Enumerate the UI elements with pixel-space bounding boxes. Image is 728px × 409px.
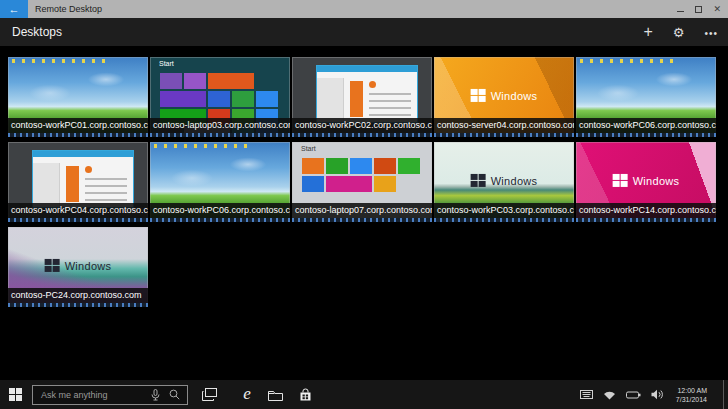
windows-logo: Windows: [471, 89, 538, 102]
minimize-icon[interactable]: [677, 11, 684, 12]
desktop-tile[interactable]: contoso-workPC06.corp.contoso.com: [576, 57, 716, 137]
app-bar: Desktops + ⚙ •••: [0, 18, 728, 46]
desktop-label: contoso-workPC06.corp.contoso.com: [150, 203, 290, 218]
start-button[interactable]: [0, 380, 30, 409]
maximize-icon[interactable]: [695, 6, 702, 13]
title-bar: ← Remote Desktop ✕: [0, 0, 728, 18]
search-input[interactable]: Ask me anything: [32, 385, 188, 405]
back-arrow-icon: ←: [9, 3, 20, 15]
desktop-label: contoso-laptop07.corp.contoso.com: [292, 203, 432, 218]
remote-desktop-app-window: ← Remote Desktop ✕ Desktops + ⚙ ••• cont…: [0, 0, 728, 409]
desktop-thumbnail: Windows contoso-workPC03.corp.contoso.co…: [434, 142, 574, 222]
desktop-thumbnail: contoso-workPC06.corp.contoso.com: [576, 57, 716, 137]
volume-icon[interactable]: [651, 389, 664, 400]
desktop-tile[interactable]: contoso-workPC04.corp.contoso.com: [8, 142, 148, 222]
desktop-tile[interactable]: Windows contoso-workPC03.corp.contoso.co…: [434, 142, 574, 222]
desktop-label: contoso-workPC01.corp.contoso.com: [8, 118, 148, 133]
internet-explorer-icon: e: [243, 385, 251, 402]
desktop-label: contoso-workPC14.corp.contoso.com: [576, 203, 716, 218]
taskbar: Ask me anything e: [0, 380, 728, 409]
store-bag-icon: [299, 388, 312, 401]
window-title: Remote Desktop: [35, 4, 102, 14]
desktop-icons-row: [12, 59, 107, 63]
windows-logo: Windows: [45, 259, 112, 272]
gear-icon[interactable]: ⚙: [673, 25, 685, 40]
show-desktop-button[interactable]: [723, 380, 728, 409]
back-button[interactable]: ←: [0, 0, 28, 18]
desktop-thumbnail: Start contoso-laptop03.corp.contoso.com: [150, 57, 290, 137]
desktop-icons-row: [580, 59, 675, 63]
desktop-label: contoso-workPC04.corp.contoso.com: [8, 203, 148, 218]
start-tiles-mosaic: [302, 158, 428, 204]
more-options-icon[interactable]: •••: [704, 26, 718, 39]
task-view-button[interactable]: [197, 380, 221, 409]
desktop-thumbnail: contoso-workPC02.corp.contoso.com: [292, 57, 432, 137]
task-view-icon: [202, 388, 217, 401]
windows-logo-text: Windows: [491, 174, 538, 186]
microphone-icon[interactable]: [151, 389, 160, 401]
windows-logo-text: Windows: [491, 89, 538, 101]
system-tray: 12:00 AM 7/31/2014: [580, 380, 728, 409]
battery-icon[interactable]: [626, 391, 641, 399]
desktop-label: contoso-PC24.corp.contoso.com: [8, 288, 148, 303]
clock-time: 12:00 AM: [676, 386, 707, 395]
desktop-thumbnail: Start contoso-laptop07.corp.contoso.com: [292, 142, 432, 222]
windows-start-icon: [9, 388, 22, 401]
add-desktop-icon[interactable]: +: [643, 23, 652, 41]
clock-date: 7/31/2014: [676, 395, 707, 404]
server-manager-window: [32, 150, 134, 208]
windows-logo-text: Windows: [65, 259, 112, 271]
desktop-thumbnail: contoso-workPC04.corp.contoso.com: [8, 142, 148, 222]
wifi-icon[interactable]: [603, 390, 616, 400]
desktop-tile[interactable]: Start contoso-laptop07.corp.contoso.com: [292, 142, 432, 222]
search-placeholder: Ask me anything: [41, 390, 108, 400]
close-icon[interactable]: ✕: [713, 4, 721, 14]
desktop-tile[interactable]: Windows contoso-server04.corp.contoso.co…: [434, 57, 574, 137]
page-title: Desktops: [12, 25, 62, 39]
folder-icon: [268, 389, 283, 401]
desktop-tile[interactable]: Windows contoso-workPC14.corp.contoso.co…: [576, 142, 716, 222]
windows-logo-text: Windows: [633, 174, 680, 186]
desktop-thumbnail: contoso-workPC01.corp.contoso.com: [8, 57, 148, 137]
clock[interactable]: 12:00 AM 7/31/2014: [676, 386, 707, 404]
desktop-label: contoso-server04.corp.contoso.com: [434, 118, 574, 133]
store-button[interactable]: [293, 380, 317, 409]
desktop-thumbnail: contoso-workPC06.corp.contoso.com: [150, 142, 290, 222]
windows-logo: Windows: [613, 174, 680, 187]
desktop-label: contoso-workPC02.corp.contoso.com: [292, 118, 432, 133]
desktop-label: contoso-workPC03.corp.contoso.com: [434, 203, 574, 218]
desktop-tile[interactable]: Windows contoso-PC24.corp.contoso.com: [8, 227, 148, 307]
search-icon[interactable]: [169, 389, 180, 400]
desktop-thumbnail: Windows contoso-workPC14.corp.contoso.co…: [576, 142, 716, 222]
app-bar-actions: + ⚙ •••: [643, 23, 728, 41]
desktop-label: contoso-workPC06.corp.contoso.com: [576, 118, 716, 133]
desktop-label: contoso-laptop03.corp.contoso.com: [150, 118, 290, 133]
desktop-tile[interactable]: contoso-workPC01.corp.contoso.com: [8, 57, 148, 137]
desktop-tile[interactable]: contoso-workPC02.corp.contoso.com: [292, 57, 432, 137]
touch-keyboard-icon[interactable]: [580, 390, 593, 399]
start-screen-label: Start: [301, 145, 316, 152]
desktop-thumbnail: Windows contoso-server04.corp.contoso.co…: [434, 57, 574, 137]
desktop-tile[interactable]: Start contoso-laptop03.corp.contoso.com: [150, 57, 290, 137]
start-tiles-mosaic: [160, 73, 286, 119]
file-explorer-button[interactable]: [263, 380, 287, 409]
window-controls: ✕: [677, 4, 728, 14]
windows-logo: Windows: [471, 174, 538, 187]
desktop-tile[interactable]: contoso-workPC06.corp.contoso.com: [150, 142, 290, 222]
desktop-thumbnail: Windows contoso-PC24.corp.contoso.com: [8, 227, 148, 307]
desktops-grid: contoso-workPC01.corp.contoso.com Start …: [0, 46, 728, 380]
server-manager-window: [316, 65, 418, 123]
start-screen-label: Start: [159, 60, 174, 67]
desktop-icons-row: [154, 144, 249, 148]
internet-explorer-button[interactable]: e: [235, 380, 259, 409]
